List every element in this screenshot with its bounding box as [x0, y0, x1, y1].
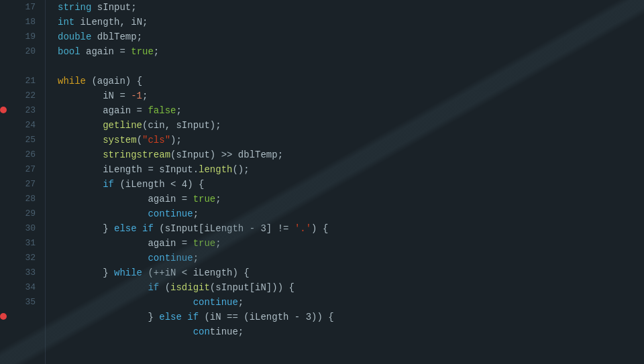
line-number-33: 33 [0, 265, 40, 280]
code-line: system("cls"); [58, 133, 644, 147]
code-line: getline(cin, sInput); [58, 118, 644, 133]
line-number-35: 35 [0, 295, 40, 310]
line-number-30: 30 [0, 221, 40, 236]
line-number-24: 24 [0, 118, 40, 133]
line-number-26: 26 [0, 147, 40, 162]
line-number-18: 18 [0, 15, 40, 29]
line-number-28: 28 [0, 192, 40, 206]
code-line: again = true; [58, 192, 644, 206]
code-line: string sInput; [58, 0, 644, 15]
line-number-25: 25 [0, 133, 40, 147]
code-line: stringstream(sInput) >> dblTemp; [58, 147, 644, 162]
code-line [58, 59, 644, 74]
code-line: int iLength, iN; [58, 15, 644, 29]
line-number-27: 27 [0, 177, 40, 192]
code-line: continue; [58, 251, 644, 265]
breakpoint-marker [0, 313, 7, 320]
code-line: if (iLength < 4) { [58, 177, 644, 192]
line-number-20: 20 [0, 44, 40, 59]
line-number-21: 21□ [0, 74, 40, 88]
code-line: iLength = sInput.length(); [58, 162, 644, 177]
line-number-32: 32 [0, 251, 40, 265]
breakpoint-marker [0, 107, 7, 113]
line-number-27: 27 [0, 162, 40, 177]
line-number-23: 23 [0, 103, 40, 118]
line-number-empty [0, 59, 40, 74]
line-number-19: 19 [0, 29, 40, 44]
line-number-empty [0, 310, 40, 324]
code-line: double dblTemp; [58, 29, 644, 44]
code-line: } else if (iN == (iLength - 3)) { [58, 310, 644, 324]
code-line: again = false; [58, 103, 644, 118]
line-number-29: 29 [0, 206, 40, 221]
code-line: continue; [58, 206, 644, 221]
line-number-empty [0, 324, 40, 339]
code-line: continue; [58, 324, 644, 339]
line-number-31: 31 [0, 236, 40, 251]
line-number-34: 34 [0, 280, 40, 295]
code-line: bool again = true; [58, 44, 644, 59]
code-line: iN = -1; [58, 88, 644, 103]
line-number-17: 17 [0, 0, 40, 15]
line-number-22: 22 [0, 88, 40, 103]
code-line: } else if (sInput[iLength - 3] != '.') { [58, 221, 644, 236]
code-line: while (again) { [58, 74, 644, 88]
code-line: continue; [58, 295, 644, 310]
code-line: } while (++iN < iLength) { [58, 265, 644, 280]
line-gutter: 17181920 21□2223242526272728293031323334… [0, 0, 46, 364]
code-line: if (isdigit(sInput[iN])) { [58, 280, 644, 295]
code-editor: 17181920 21□2223242526272728293031323334… [0, 0, 644, 364]
code-content: string sInput;int iLength, iN;double dbl… [46, 0, 644, 364]
code-line: again = true; [58, 236, 644, 251]
